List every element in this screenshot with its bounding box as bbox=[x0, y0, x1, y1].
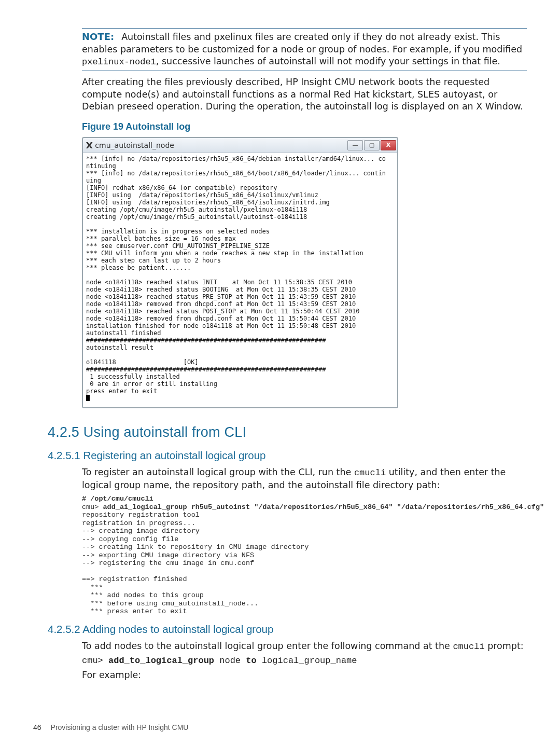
cmd-p2: node bbox=[214, 656, 246, 666]
post-note-paragraph: After creating the files previously desc… bbox=[82, 76, 527, 113]
for-example: For example: bbox=[82, 669, 527, 682]
add-intro-b: prompt: bbox=[485, 641, 524, 651]
page-number: 46 bbox=[33, 723, 41, 733]
rule-top bbox=[82, 28, 527, 29]
page-footer: 46 Provisioning a cluster with HP Insigh… bbox=[33, 723, 188, 733]
note-text-after: , successive launches of autoinstall wil… bbox=[156, 56, 500, 66]
add-command-line: cmu> add_to_logical_group node to logica… bbox=[82, 655, 527, 667]
add-intro-a: To add nodes to the autoinstall logical … bbox=[82, 641, 453, 651]
cli-line2-cmd: add_ai_logical_group rh5u5_autoinst "/da… bbox=[103, 503, 544, 511]
cli-line2-prompt: cmu> bbox=[82, 503, 103, 511]
cmd-p1: cmu> bbox=[82, 656, 108, 666]
note-label: NOTE: bbox=[82, 31, 114, 42]
reg-intro: To register an autoinstall logical group… bbox=[82, 466, 527, 492]
figure-caption: Figure 19 Autoinstall log bbox=[82, 120, 527, 133]
reg-intro-a: To register an autoinstall logical group… bbox=[82, 467, 354, 477]
maximize-button[interactable]: ▢ bbox=[364, 140, 380, 150]
cmd-b2: to bbox=[246, 656, 256, 666]
add-intro: To add nodes to the autoinstall logical … bbox=[82, 640, 527, 653]
reg-cli: # /opt/cmu/cmucli cmu> add_ai_logical_gr… bbox=[82, 495, 527, 616]
cmd-b1: add_to_logical_group bbox=[108, 656, 214, 666]
cmd-p3: logical_group_name bbox=[257, 656, 357, 666]
terminal-titlebar[interactable]: X cmu_autoinstall_node — ▢ X bbox=[83, 138, 397, 153]
terminal-text: *** [info] no /data/repositories/rh5u5_x… bbox=[86, 155, 386, 395]
section-4-2-5-2: 4.2.5.2 Adding nodes to autoinstall logi… bbox=[48, 622, 527, 637]
terminal-window: X cmu_autoinstall_node — ▢ X *** [info] … bbox=[82, 137, 398, 408]
add-intro-code: cmucli bbox=[453, 642, 484, 652]
section-4-2-5: 4.2.5 Using autoinstall from CLI bbox=[48, 423, 527, 441]
note-code: pxelinux-node1 bbox=[82, 57, 156, 67]
x11-icon: X bbox=[86, 140, 93, 151]
terminal-cursor bbox=[86, 395, 90, 401]
section-4-2-5-1: 4.2.5.1 Registering an autoinstall logic… bbox=[48, 448, 527, 463]
minimize-button[interactable]: — bbox=[347, 140, 363, 150]
reg-intro-code: cmucli bbox=[354, 468, 386, 478]
rule-bottom bbox=[82, 71, 527, 71]
footer-title: Provisioning a cluster with HP Insight C… bbox=[51, 723, 189, 733]
cli-line1: # /opt/cmu/cmucli bbox=[82, 495, 153, 503]
note-text-before: Autoinstall files and pxelinux files are… bbox=[82, 32, 522, 54]
note-block: NOTE:Autoinstall files and pxelinux file… bbox=[82, 31, 527, 68]
cli-body: repository registration tool registratio… bbox=[82, 511, 309, 615]
terminal-body: *** [info] no /data/repositories/rh5u5_x… bbox=[83, 153, 397, 407]
terminal-title: cmu_autoinstall_node bbox=[95, 141, 174, 150]
close-button[interactable]: X bbox=[381, 140, 396, 150]
